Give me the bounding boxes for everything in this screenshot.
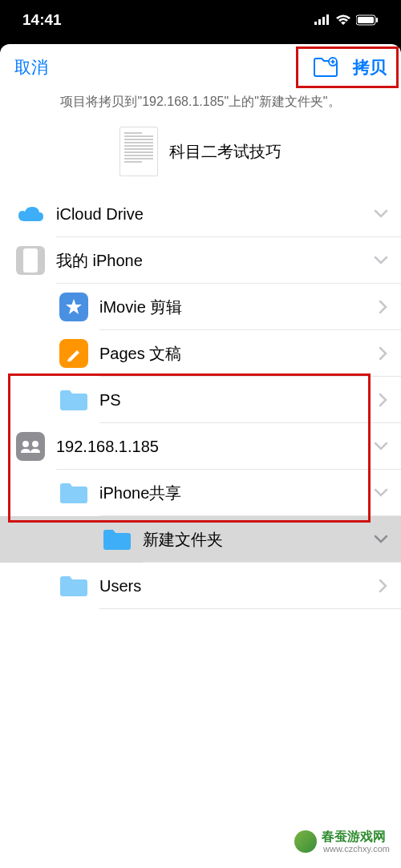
watermark-logo-icon [294, 830, 317, 853]
copy-button[interactable]: 拷贝 [353, 56, 387, 79]
status-bar: 14:41 [0, 0, 401, 40]
file-thumbnail [119, 127, 158, 176]
signal-icon [314, 14, 330, 26]
chevron-right-icon [379, 579, 388, 593]
item-label: Users [99, 577, 379, 595]
chevron-right-icon [379, 300, 388, 314]
list-item-imovie[interactable]: iMovie 剪辑 [0, 284, 401, 330]
watermark-url: www.czchxy.com [323, 844, 390, 854]
cancel-button[interactable]: 取消 [14, 56, 48, 79]
file-title: 科目二考试技巧 [169, 141, 282, 163]
chevron-down-icon [374, 535, 388, 544]
chevron-down-icon [374, 256, 388, 265]
list-item-new-folder[interactable]: 新建文件夹 [0, 516, 401, 563]
status-icons [314, 14, 379, 26]
pages-icon [59, 339, 88, 368]
item-label: 新建文件夹 [143, 529, 374, 551]
server-icon [16, 432, 45, 461]
chevron-down-icon [374, 209, 388, 219]
svg-rect-6 [376, 18, 378, 22]
item-label: iPhone共享 [99, 482, 374, 504]
chevron-down-icon [374, 442, 388, 451]
list-item-ps[interactable]: PS [0, 377, 401, 423]
svg-rect-5 [358, 17, 374, 23]
folder-icon [103, 528, 132, 551]
location-list: iCloud Drive 我的 iPhone iMovie 剪辑 Pages 文… [0, 191, 401, 868]
chevron-down-icon [374, 488, 388, 498]
watermark-name: 春蚕游戏网 [322, 830, 390, 844]
icloud-icon [16, 200, 45, 228]
folder-icon [59, 389, 88, 411]
status-time: 14:41 [22, 11, 62, 29]
chevron-right-icon [379, 346, 388, 361]
list-item-users[interactable]: Users [0, 563, 401, 609]
item-label: Pages 文稿 [99, 343, 379, 365]
item-label: iMovie 剪辑 [99, 297, 379, 318]
iphone-icon [16, 246, 45, 275]
new-folder-icon[interactable] [313, 57, 338, 78]
item-label: PS [99, 391, 379, 410]
list-item-pages[interactable]: Pages 文稿 [0, 330, 401, 377]
svg-rect-2 [322, 17, 325, 25]
svg-rect-1 [318, 19, 321, 25]
svg-point-11 [32, 441, 38, 447]
svg-point-10 [22, 441, 29, 447]
copy-modal: 取消 拷贝 项目将拷贝到"192.168.1.185"上的"新建文件夹"。 科目… [0, 44, 401, 868]
battery-icon [356, 14, 379, 26]
item-label: 192.168.1.185 [56, 438, 374, 456]
wifi-icon [335, 14, 351, 26]
svg-rect-3 [326, 14, 329, 25]
file-preview: 科目二考试技巧 [0, 120, 401, 191]
svg-rect-0 [314, 22, 317, 25]
list-item-iphone[interactable]: 我的 iPhone [0, 237, 401, 284]
folder-icon [59, 482, 88, 504]
imovie-icon [59, 293, 88, 321]
list-item-iphone-share[interactable]: iPhone共享 [0, 470, 401, 516]
list-item-icloud[interactable]: iCloud Drive [0, 191, 401, 237]
modal-header: 取消 拷贝 [0, 44, 401, 91]
watermark: 春蚕游戏网 www.czchxy.com [294, 830, 390, 854]
list-item-server[interactable]: 192.168.1.185 [0, 423, 401, 470]
item-label: iCloud Drive [56, 205, 374, 224]
chevron-right-icon [379, 393, 388, 407]
folder-icon [59, 575, 88, 597]
item-label: 我的 iPhone [56, 250, 374, 272]
modal-subtitle: 项目将拷贝到"192.168.1.185"上的"新建文件夹"。 [0, 91, 401, 120]
